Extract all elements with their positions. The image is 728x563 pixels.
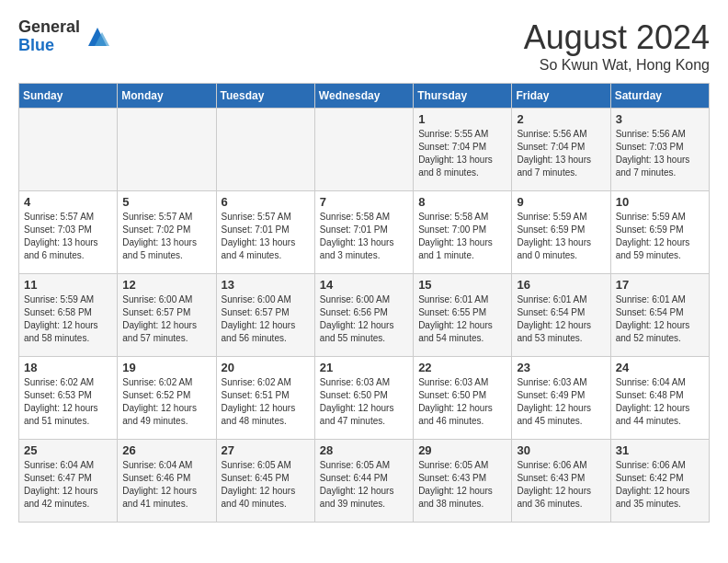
day-number: 28 <box>320 443 408 457</box>
day-number: 21 <box>320 361 408 374</box>
header-day: Tuesday <box>216 84 314 109</box>
calendar-cell: 24Sunrise: 6:04 AM Sunset: 6:48 PM Dayli… <box>610 357 709 440</box>
calendar-week-row: 25Sunrise: 6:04 AM Sunset: 6:47 PM Dayli… <box>19 440 710 523</box>
calendar-cell: 17Sunrise: 6:01 AM Sunset: 6:54 PM Dayli… <box>610 274 709 357</box>
day-info: Sunrise: 6:05 AM Sunset: 6:44 PM Dayligh… <box>320 459 408 511</box>
calendar-cell: 27Sunrise: 6:05 AM Sunset: 6:45 PM Dayli… <box>216 440 314 523</box>
calendar-cell <box>19 109 118 191</box>
day-info: Sunrise: 5:55 AM Sunset: 7:04 PM Dayligh… <box>418 128 506 179</box>
day-number: 24 <box>616 361 704 374</box>
calendar-cell: 1Sunrise: 5:55 AM Sunset: 7:04 PM Daylig… <box>414 109 512 191</box>
calendar-week-row: 4Sunrise: 5:57 AM Sunset: 7:03 PM Daylig… <box>19 191 710 274</box>
calendar-cell: 25Sunrise: 6:04 AM Sunset: 6:47 PM Dayli… <box>19 440 118 523</box>
title-block: August 2024 So Kwun Wat, Hong Kong <box>524 18 710 74</box>
day-number: 4 <box>24 195 112 209</box>
day-number: 27 <box>222 443 310 457</box>
day-info: Sunrise: 6:06 AM Sunset: 6:42 PM Dayligh… <box>616 459 704 511</box>
calendar-cell: 28Sunrise: 6:05 AM Sunset: 6:44 PM Dayli… <box>314 440 413 523</box>
calendar-cell: 13Sunrise: 6:00 AM Sunset: 6:57 PM Dayli… <box>216 274 314 357</box>
day-info: Sunrise: 6:03 AM Sunset: 6:50 PM Dayligh… <box>418 376 506 428</box>
calendar-cell: 4Sunrise: 5:57 AM Sunset: 7:03 PM Daylig… <box>19 191 118 274</box>
calendar-cell: 23Sunrise: 6:03 AM Sunset: 6:49 PM Dayli… <box>512 357 610 440</box>
header-day: Wednesday <box>314 84 413 109</box>
day-number: 1 <box>418 112 506 126</box>
day-number: 19 <box>122 361 210 374</box>
day-info: Sunrise: 6:01 AM Sunset: 6:54 PM Dayligh… <box>616 293 704 345</box>
day-info: Sunrise: 6:00 AM Sunset: 6:56 PM Dayligh… <box>320 293 408 345</box>
day-info: Sunrise: 6:05 AM Sunset: 6:43 PM Dayligh… <box>418 459 506 511</box>
header-day: Friday <box>512 84 610 109</box>
calendar-week-row: 1Sunrise: 5:55 AM Sunset: 7:04 PM Daylig… <box>19 109 710 191</box>
day-info: Sunrise: 5:56 AM Sunset: 7:04 PM Dayligh… <box>517 128 605 179</box>
day-number: 7 <box>320 195 408 209</box>
calendar-cell: 14Sunrise: 6:00 AM Sunset: 6:56 PM Dayli… <box>314 274 413 357</box>
calendar-cell <box>216 109 314 191</box>
day-number: 29 <box>418 443 506 457</box>
calendar-cell: 20Sunrise: 6:02 AM Sunset: 6:51 PM Dayli… <box>216 357 314 440</box>
calendar-table: SundayMondayTuesdayWednesdayThursdayFrid… <box>18 83 710 523</box>
day-number: 5 <box>122 195 210 209</box>
logo: General Blue <box>18 18 111 55</box>
header-row: SundayMondayTuesdayWednesdayThursdayFrid… <box>19 84 710 109</box>
day-info: Sunrise: 6:03 AM Sunset: 6:50 PM Dayligh… <box>320 376 408 428</box>
logo-icon <box>84 23 111 51</box>
header-day: Sunday <box>19 84 118 109</box>
day-info: Sunrise: 6:02 AM Sunset: 6:51 PM Dayligh… <box>222 376 310 428</box>
day-number: 26 <box>122 443 210 457</box>
calendar-cell: 22Sunrise: 6:03 AM Sunset: 6:50 PM Dayli… <box>414 357 512 440</box>
day-number: 31 <box>616 443 704 457</box>
calendar-cell: 26Sunrise: 6:04 AM Sunset: 6:46 PM Dayli… <box>118 440 216 523</box>
calendar-cell: 12Sunrise: 6:00 AM Sunset: 6:57 PM Dayli… <box>118 274 216 357</box>
day-info: Sunrise: 6:04 AM Sunset: 6:46 PM Dayligh… <box>122 459 210 511</box>
day-info: Sunrise: 6:02 AM Sunset: 6:52 PM Dayligh… <box>122 376 210 428</box>
calendar-week-row: 11Sunrise: 5:59 AM Sunset: 6:58 PM Dayli… <box>19 274 710 357</box>
calendar-cell: 31Sunrise: 6:06 AM Sunset: 6:42 PM Dayli… <box>610 440 709 523</box>
day-number: 20 <box>222 361 310 374</box>
day-number: 6 <box>222 195 310 209</box>
logo-general: General <box>18 18 80 37</box>
logo-blue: Blue <box>18 37 80 55</box>
day-info: Sunrise: 6:01 AM Sunset: 6:54 PM Dayligh… <box>517 293 605 345</box>
calendar-cell: 21Sunrise: 6:03 AM Sunset: 6:50 PM Dayli… <box>314 357 413 440</box>
calendar-cell <box>118 109 216 191</box>
day-info: Sunrise: 6:00 AM Sunset: 6:57 PM Dayligh… <box>122 293 210 345</box>
calendar-cell: 3Sunrise: 5:56 AM Sunset: 7:03 PM Daylig… <box>610 109 709 191</box>
header-day: Saturday <box>610 84 709 109</box>
day-info: Sunrise: 6:03 AM Sunset: 6:49 PM Dayligh… <box>517 376 605 428</box>
calendar-week-row: 18Sunrise: 6:02 AM Sunset: 6:53 PM Dayli… <box>19 357 710 440</box>
day-number: 2 <box>517 112 605 126</box>
calendar-cell: 16Sunrise: 6:01 AM Sunset: 6:54 PM Dayli… <box>512 274 610 357</box>
day-info: Sunrise: 6:04 AM Sunset: 6:47 PM Dayligh… <box>24 459 112 511</box>
day-number: 23 <box>517 361 605 374</box>
location: So Kwun Wat, Hong Kong <box>524 57 710 74</box>
calendar-cell: 15Sunrise: 6:01 AM Sunset: 6:55 PM Dayli… <box>414 274 512 357</box>
day-number: 9 <box>517 195 605 209</box>
calendar-cell: 29Sunrise: 6:05 AM Sunset: 6:43 PM Dayli… <box>414 440 512 523</box>
day-number: 25 <box>24 443 112 457</box>
day-number: 10 <box>616 195 704 209</box>
day-info: Sunrise: 6:00 AM Sunset: 6:57 PM Dayligh… <box>222 293 310 345</box>
day-info: Sunrise: 5:57 AM Sunset: 7:03 PM Dayligh… <box>24 211 112 262</box>
day-number: 3 <box>616 112 704 126</box>
day-info: Sunrise: 6:02 AM Sunset: 6:53 PM Dayligh… <box>24 376 112 428</box>
day-number: 13 <box>222 278 310 292</box>
day-number: 16 <box>517 278 605 292</box>
day-number: 8 <box>418 195 506 209</box>
day-number: 15 <box>418 278 506 292</box>
calendar-cell: 11Sunrise: 5:59 AM Sunset: 6:58 PM Dayli… <box>19 274 118 357</box>
day-number: 12 <box>122 278 210 292</box>
calendar-cell: 18Sunrise: 6:02 AM Sunset: 6:53 PM Dayli… <box>19 357 118 440</box>
logo-text: General Blue <box>18 18 80 55</box>
day-info: Sunrise: 5:57 AM Sunset: 7:01 PM Dayligh… <box>222 211 310 262</box>
day-info: Sunrise: 6:01 AM Sunset: 6:55 PM Dayligh… <box>418 293 506 345</box>
header-day: Monday <box>118 84 216 109</box>
calendar-cell: 7Sunrise: 5:58 AM Sunset: 7:01 PM Daylig… <box>314 191 413 274</box>
day-number: 30 <box>517 443 605 457</box>
day-info: Sunrise: 5:59 AM Sunset: 6:58 PM Dayligh… <box>24 293 112 345</box>
calendar-cell: 10Sunrise: 5:59 AM Sunset: 6:59 PM Dayli… <box>610 191 709 274</box>
calendar-cell: 5Sunrise: 5:57 AM Sunset: 7:02 PM Daylig… <box>118 191 216 274</box>
calendar-cell: 8Sunrise: 5:58 AM Sunset: 7:00 PM Daylig… <box>414 191 512 274</box>
day-info: Sunrise: 6:04 AM Sunset: 6:48 PM Dayligh… <box>616 376 704 428</box>
day-info: Sunrise: 5:56 AM Sunset: 7:03 PM Dayligh… <box>616 128 704 179</box>
calendar-cell: 9Sunrise: 5:59 AM Sunset: 6:59 PM Daylig… <box>512 191 610 274</box>
